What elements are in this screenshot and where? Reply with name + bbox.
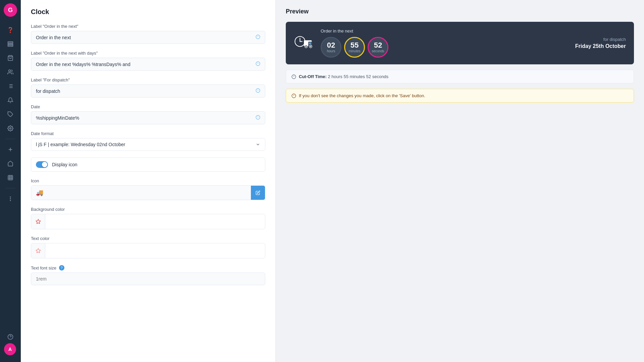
preview-title: Preview [286,8,634,15]
form-group-order-in-next: Label "Order in the next" [31,24,265,44]
form-group-date-format: Date format l jS F | example: Wednesday … [31,131,265,151]
preview-panel: Preview [276,0,644,362]
input-font-size-wrapper [31,273,265,285]
cut-off-text: Cut-Off Time: 2 hours 55 minutes 52 seco… [299,74,388,79]
input-order-in-next-icon [256,35,260,40]
sidebar-item-table[interactable] [4,171,17,184]
toggle-display-icon-label: Display icon [52,162,77,167]
label-font-size-row: Text font size ? [31,265,265,270]
sidebar-item-puzzle[interactable] [4,108,17,121]
toggle-row-display-icon: Display icon [31,158,265,172]
hours-value: 02 [327,42,335,49]
minutes-value: 55 [351,42,359,49]
select-date-format[interactable]: l jS F | example: Wednesday 02nd October [31,138,265,151]
label-icon: Icon [31,178,265,183]
input-for-dispatch-icon [256,88,260,94]
clock-widget: Order in the next 02 hours 55 minutes [286,22,634,64]
dispatch-for-label: for dispatch [575,37,626,42]
sidebar-item-question[interactable]: ❓ [4,23,17,36]
label-date: Date [31,104,265,109]
label-for-dispatch: Label "For dispatch" [31,77,265,82]
clock-content: Order in the next 02 hours 55 minutes [321,28,569,58]
sidebar-item-bag[interactable] [4,52,17,64]
clock-unit-seconds: 52 seconds [368,37,388,58]
clock-unit-minutes: 55 minutes [344,37,365,58]
input-order-with-days[interactable] [36,62,256,67]
text-color-value [45,247,265,254]
font-size-help-icon[interactable]: ? [59,265,64,270]
sidebar-logo[interactable]: G [4,3,17,17]
sidebar-item-layers[interactable] [4,38,17,50]
svg-rect-0 [8,42,13,43]
sidebar: G ❓ A [0,0,21,362]
label-bg-color: Background color [31,207,265,212]
select-date-format-value: l jS F | example: Wednesday 02nd October [36,142,125,147]
hours-label: hours [327,49,335,53]
cut-off-time-value: 2 hours 55 minutes 52 seconds [328,74,388,79]
svg-point-21 [10,198,11,199]
seconds-label: seconds [372,49,384,53]
input-order-with-days-wrapper [31,58,265,71]
svg-point-46 [310,46,311,47]
input-date-icon [256,115,260,121]
svg-rect-1 [8,44,13,45]
sidebar-avatar[interactable]: A [4,343,16,355]
input-font-size[interactable] [36,276,260,282]
input-order-in-next-wrapper [31,31,265,44]
svg-rect-2 [8,45,13,47]
svg-rect-42 [309,42,311,45]
label-text-color: Text color [31,236,265,241]
color-row-bg [31,214,265,229]
clock-order-label: Order in the next [321,28,569,34]
page-title: Clock [31,8,265,16]
clock-circle-minutes: 55 minutes [344,37,365,58]
input-date-wrapper [31,111,265,124]
clock-numbers: 02 hours 55 minutes 52 [321,37,569,58]
label-font-size: Text font size [31,265,56,270]
sidebar-item-plus[interactable] [4,143,17,156]
svg-point-4 [9,70,11,72]
sidebar-divider-1 [5,139,15,139]
form-group-bg-color: Background color [31,207,265,229]
toggle-knob [42,162,47,167]
sidebar-item-help[interactable] [4,330,17,343]
dispatch-info: for dispatch Friday 25th October [575,37,626,49]
clock-circle-hours: 02 hours [321,37,341,58]
main-content: Clock Label "Order in the next" Label "O… [21,0,644,362]
icon-row: 🚚 [31,185,265,200]
toggle-display-icon[interactable] [36,161,48,168]
input-order-in-next[interactable] [36,35,256,40]
input-date[interactable] [36,115,256,121]
icon-edit-button[interactable] [251,186,265,200]
form-group-for-dispatch: Label "For dispatch" [31,77,265,98]
notice-info-icon [291,94,296,98]
bg-color-picker-btn[interactable] [31,214,45,229]
svg-point-22 [10,200,11,201]
sidebar-bottom: A [4,330,17,359]
sidebar-item-list[interactable] [4,80,17,93]
text-color-picker-btn[interactable] [31,243,45,258]
input-order-with-days-icon [256,61,260,67]
minutes-label: minutes [348,49,360,53]
color-row-text [31,243,265,258]
sidebar-item-bell[interactable] [4,94,17,107]
cut-off-info: Cut-Off Time: 2 hours 55 minutes 52 seco… [286,70,634,83]
svg-point-44 [306,46,307,47]
label-order-with-days: Label "Order in the next with days" [31,51,265,56]
svg-point-20 [10,197,11,197]
bg-color-value [45,218,265,225]
sidebar-divider-2 [5,188,15,188]
svg-point-12 [10,128,11,129]
icon-preview: 🚚 [31,186,251,200]
input-for-dispatch[interactable] [36,88,256,94]
sidebar-item-users[interactable] [4,66,17,78]
form-group-display-icon: Display icon [31,158,265,172]
clock-unit-hours: 02 hours [321,37,341,58]
form-group-font-size: Text font size ? [31,265,265,285]
form-group-text-color: Text color [31,236,265,258]
clock-circle-seconds: 52 seconds [368,37,388,58]
seconds-value: 52 [374,42,382,49]
sidebar-item-settings[interactable] [4,122,17,135]
sidebar-item-shop[interactable] [4,157,17,170]
sidebar-item-more[interactable] [4,192,17,205]
